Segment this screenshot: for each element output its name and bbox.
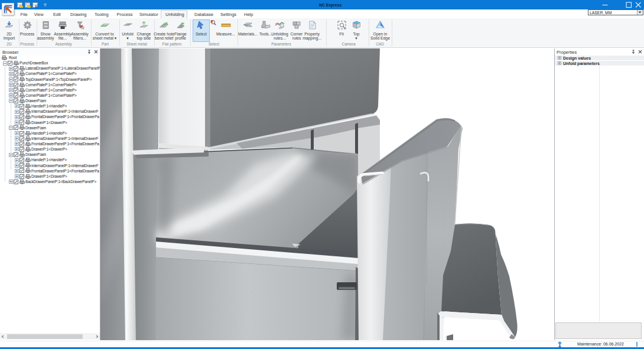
svg-text:</>: </> [61,27,66,29]
